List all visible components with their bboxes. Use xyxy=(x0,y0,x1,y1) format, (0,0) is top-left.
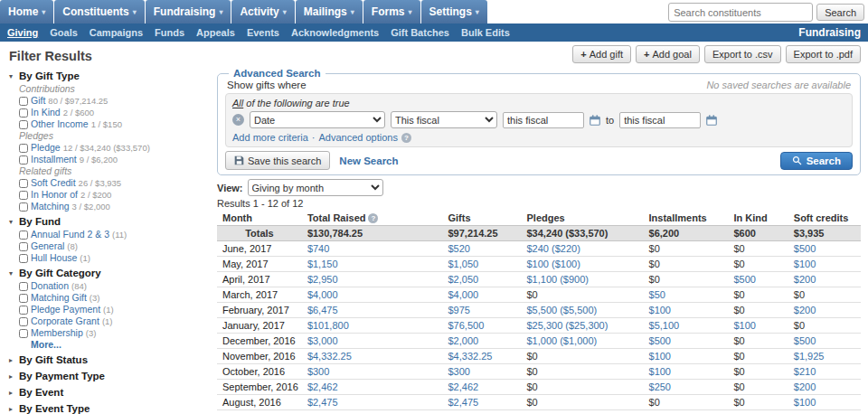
subnav-events[interactable]: Events xyxy=(247,24,279,42)
menu-constituents[interactable]: Constituents▾ xyxy=(54,0,144,24)
filter-checkbox[interactable] xyxy=(19,144,28,153)
filter-group-toggle[interactable]: ▸By Gift Status xyxy=(9,353,204,367)
filter-link[interactable]: In Kind xyxy=(31,107,61,118)
gift-amount-link[interactable]: $2,462 xyxy=(448,381,478,392)
gift-amount-link[interactable]: $200 xyxy=(794,305,816,315)
calendar-icon[interactable] xyxy=(590,115,600,126)
subnav-funds[interactable]: Funds xyxy=(155,24,184,42)
filter-link[interactable]: Annual Fund 2 & 3 xyxy=(31,229,109,240)
filter-link[interactable]: Other Income xyxy=(31,118,89,130)
gift-amount-link[interactable]: $4,332.25 xyxy=(448,351,492,362)
gift-amount-link[interactable]: $6,475 xyxy=(307,305,338,315)
filter-link[interactable]: General xyxy=(31,240,64,252)
date-start-input[interactable] xyxy=(503,112,584,128)
filter-group-toggle[interactable]: ▸By Payment Type xyxy=(9,370,204,383)
gift-amount-link[interactable]: $4,332.25 xyxy=(307,351,352,362)
export-to-pdf-button[interactable]: Export to .pdf xyxy=(786,45,861,63)
gift-amount-link[interactable]: $500 xyxy=(794,243,816,254)
filter-link[interactable]: Soft Credit xyxy=(31,177,76,189)
gift-amount-link[interactable]: $210 xyxy=(794,366,816,377)
filter-checkbox[interactable] xyxy=(19,202,28,212)
filter-group-toggle[interactable]: ▾By Gift Type xyxy=(9,70,204,83)
filter-checkbox[interactable] xyxy=(19,155,28,165)
gift-amount-link[interactable]: $2,000 xyxy=(448,335,478,346)
filter-group-toggle[interactable]: ▾By Gift Category xyxy=(9,267,204,280)
add-goal-button[interactable]: +Add goal xyxy=(636,45,700,63)
subnav-bulk-edits[interactable]: Bulk Edits xyxy=(461,24,510,42)
filter-checkbox[interactable] xyxy=(19,254,28,263)
menu-home[interactable]: Home▾ xyxy=(0,0,53,24)
gift-amount-link[interactable]: $100 xyxy=(649,351,671,362)
rule-all-toggle[interactable]: All xyxy=(232,98,243,108)
filter-link[interactable]: Membership xyxy=(31,327,83,339)
filter-link[interactable]: Pledge xyxy=(31,142,61,154)
filter-link[interactable]: Donation xyxy=(31,280,69,292)
criteria-field-select[interactable]: Date xyxy=(250,111,385,128)
gift-amount-link[interactable]: $50 xyxy=(649,289,665,300)
gift-amount-link[interactable]: $975 xyxy=(448,305,469,315)
gift-amount-link[interactable]: $4,000 xyxy=(307,289,338,300)
gift-amount-link[interactable]: $5,500 ($5,500) xyxy=(526,305,597,315)
gift-amount-link[interactable]: $100 xyxy=(794,397,816,408)
gift-amount-link[interactable]: $240 ($220) xyxy=(526,243,580,254)
filter-checkbox[interactable] xyxy=(19,231,28,240)
advanced-options-link[interactable]: Advanced options xyxy=(318,131,397,144)
gift-amount-link[interactable]: $100 xyxy=(649,366,671,377)
gift-amount-link[interactable]: $300 xyxy=(307,366,329,377)
calendar-icon[interactable] xyxy=(706,115,717,126)
filter-link[interactable]: Corporate Grant xyxy=(31,315,99,327)
remove-criteria-icon[interactable]: × xyxy=(232,114,244,126)
search-input[interactable] xyxy=(668,3,813,22)
filter-link[interactable]: Pledge Payment xyxy=(31,304,100,315)
gift-amount-link[interactable]: $200 xyxy=(794,381,816,392)
subnav-giving[interactable]: Giving xyxy=(7,24,38,42)
gift-amount-link[interactable]: $300 xyxy=(448,366,469,377)
menu-forms[interactable]: Forms▾ xyxy=(363,0,420,24)
filter-group-toggle[interactable]: ▸By Event xyxy=(9,386,204,400)
more-link[interactable]: More... xyxy=(31,339,204,351)
filter-group-toggle[interactable]: ▸By Event Type xyxy=(9,402,204,414)
view-select[interactable]: Giving by month xyxy=(248,179,383,196)
filter-checkbox[interactable] xyxy=(19,242,28,251)
gift-amount-link[interactable]: $5,100 xyxy=(649,320,680,331)
gift-amount-link[interactable]: $1,100 ($900) xyxy=(526,274,589,285)
filter-checkbox[interactable] xyxy=(19,97,28,106)
add-gift-button[interactable]: +Add gift xyxy=(572,45,631,63)
search-button[interactable]: Search xyxy=(816,4,864,21)
filter-link[interactable]: In Honor of xyxy=(31,189,78,201)
gift-amount-link[interactable]: $76,500 xyxy=(448,320,484,331)
menu-fundraising[interactable]: Fundraising▾ xyxy=(146,0,231,24)
gift-amount-link[interactable]: $1,150 xyxy=(307,259,338,269)
menu-activity[interactable]: Activity▾ xyxy=(231,0,294,24)
gift-amount-link[interactable]: $100 xyxy=(794,259,816,269)
filter-checkbox[interactable] xyxy=(19,108,28,118)
gift-amount-link[interactable]: $3,000 xyxy=(307,335,338,346)
gift-amount-link[interactable]: $100 xyxy=(649,305,671,315)
gift-amount-link[interactable]: $2,950 xyxy=(307,274,338,285)
filter-group-toggle[interactable]: ▾By Fund xyxy=(9,215,204,229)
menu-settings[interactable]: Settings▾ xyxy=(421,0,487,24)
subnav-appeals[interactable]: Appeals xyxy=(196,24,235,42)
gift-amount-link[interactable]: $25,300 ($25,300) xyxy=(526,320,608,331)
filter-checkbox[interactable] xyxy=(19,329,28,338)
add-more-criteria-link[interactable]: Add more criteria xyxy=(232,131,308,144)
new-search-link[interactable]: New Search xyxy=(339,155,398,166)
help-icon[interactable]: ? xyxy=(368,213,378,223)
filter-link[interactable]: Matching xyxy=(31,201,70,212)
gift-amount-link[interactable]: $4,000 xyxy=(448,289,478,300)
gift-amount-link[interactable]: $500 xyxy=(794,335,816,346)
gift-amount-link[interactable]: $101,800 xyxy=(307,320,349,331)
filter-checkbox[interactable] xyxy=(19,294,28,303)
gift-amount-link[interactable]: $1,050 xyxy=(448,259,478,269)
subnav-acknowledgments[interactable]: Acknowledgments xyxy=(291,24,379,42)
gift-amount-link[interactable]: $520 xyxy=(448,243,469,254)
advanced-search-button[interactable]: Search xyxy=(780,152,853,170)
gift-amount-link[interactable]: $1,925 xyxy=(794,351,825,362)
gift-amount-link[interactable]: $100 ($100) xyxy=(526,259,580,269)
filter-checkbox[interactable] xyxy=(19,191,28,200)
filter-link[interactable]: Hull House xyxy=(31,252,77,264)
gift-amount-link[interactable]: $200 xyxy=(794,274,816,285)
gift-amount-link[interactable]: $2,475 xyxy=(307,397,338,408)
filter-checkbox[interactable] xyxy=(19,120,28,129)
filter-link[interactable]: Matching Gift xyxy=(31,292,87,304)
